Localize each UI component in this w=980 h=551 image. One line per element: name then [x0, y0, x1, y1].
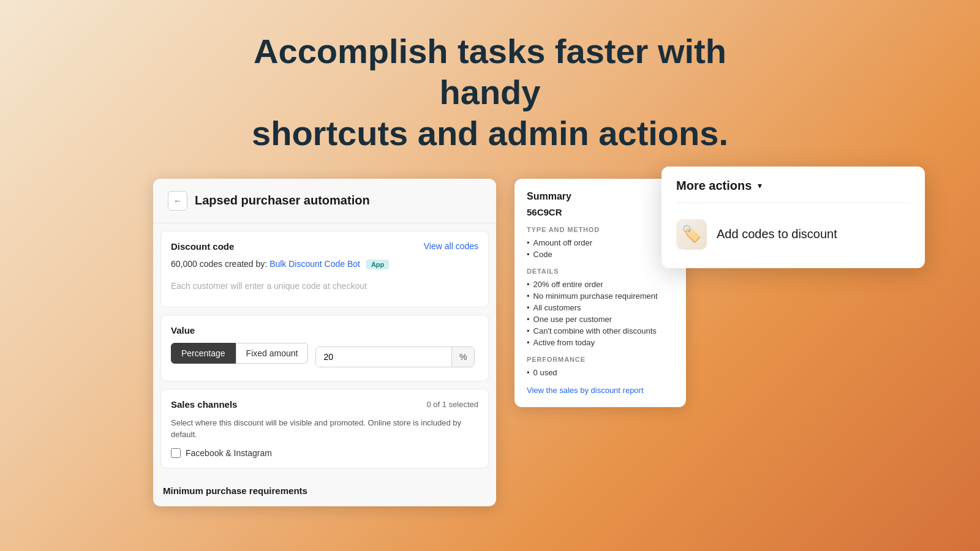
list-item: No minimum purchase requirement: [527, 290, 674, 302]
code-placeholder: Each customer will enter a unique code a…: [171, 275, 478, 297]
dropdown-arrow-icon: ▾: [758, 181, 762, 190]
page-title: Lapsed purchaser automation: [195, 193, 370, 208]
app-badge: App: [366, 260, 389, 269]
min-purchase-section: Minimum purchase requirements: [153, 476, 496, 506]
performance-list: 0 used: [527, 367, 674, 378]
list-item: Active from today: [527, 337, 674, 348]
card-header: ← Lapsed purchaser automation: [153, 179, 496, 223]
more-actions-header: More actions ▾: [676, 179, 910, 203]
percentage-button[interactable]: Percentage: [171, 343, 236, 364]
value-input-group: %: [315, 347, 475, 367]
hero-title: Accomplish tasks faster with handy short…: [214, 31, 766, 154]
list-item: All customers: [527, 302, 674, 313]
type-method-list: Amount off order Code: [527, 237, 674, 260]
list-item: Amount off order: [527, 237, 674, 249]
value-input[interactable]: [316, 347, 451, 367]
list-item: Code: [527, 249, 674, 260]
value-suffix: %: [451, 347, 474, 367]
summary-card: Summary 56C9CR TYPE AND METHOD Amount of…: [514, 179, 686, 407]
list-item: Can't combine with other discounts: [527, 325, 674, 337]
discount-code-label: Discount code: [171, 241, 234, 252]
facebook-instagram-label: Facebook & Instagram: [186, 448, 272, 458]
value-toggle-group: Percentage Fixed amount: [171, 343, 308, 364]
list-item: One use per customer: [527, 313, 674, 325]
more-actions-title: More actions: [676, 179, 752, 193]
sales-channels-section: Sales channels 0 of 1 selected Select wh…: [160, 389, 489, 468]
fixed-amount-button[interactable]: Fixed amount: [236, 343, 309, 364]
add-codes-label: Add codes to discount: [717, 227, 837, 241]
facebook-instagram-checkbox[interactable]: [171, 448, 181, 458]
list-item: 0 used: [527, 367, 674, 378]
summary-code: 56C9CR: [527, 207, 674, 217]
facebook-instagram-row: Facebook & Instagram: [171, 448, 478, 458]
view-report-link[interactable]: View the sales by discount report: [527, 386, 674, 395]
discount-icon: 🏷️: [676, 219, 707, 250]
discount-code-section: Discount code View all codes 60,000 code…: [160, 231, 489, 307]
min-purchase-label: Minimum purchase requirements: [163, 485, 307, 496]
details-list: 20% off entire order No minimum purchase…: [527, 279, 674, 348]
details-label: DETAILS: [527, 268, 674, 275]
bulk-bot-link[interactable]: Bulk Discount Code Bot: [270, 259, 360, 269]
sales-channels-description: Select where this discount will be visib…: [171, 417, 478, 441]
add-codes-action[interactable]: 🏷️ Add codes to discount: [676, 213, 910, 256]
back-button[interactable]: ←: [168, 191, 187, 211]
view-all-codes-link[interactable]: View all codes: [424, 241, 478, 251]
main-card: ← Lapsed purchaser automation Discount c…: [153, 179, 496, 506]
more-actions-dropdown: More actions ▾ 🏷️ Add codes to discount: [662, 167, 925, 268]
codes-created-text: 60,000 codes created by: Bulk Discount C…: [171, 259, 478, 269]
value-section: Value Percentage Fixed amount %: [160, 315, 489, 381]
type-method-label: TYPE AND METHOD: [527, 226, 674, 233]
summary-title: Summary: [527, 191, 674, 202]
performance-label: PERFORMANCE: [527, 356, 674, 363]
list-item: 20% off entire order: [527, 279, 674, 290]
selected-count: 0 of 1 selected: [426, 400, 478, 409]
value-label: Value: [171, 325, 195, 335]
sales-channels-label: Sales channels: [171, 399, 237, 410]
